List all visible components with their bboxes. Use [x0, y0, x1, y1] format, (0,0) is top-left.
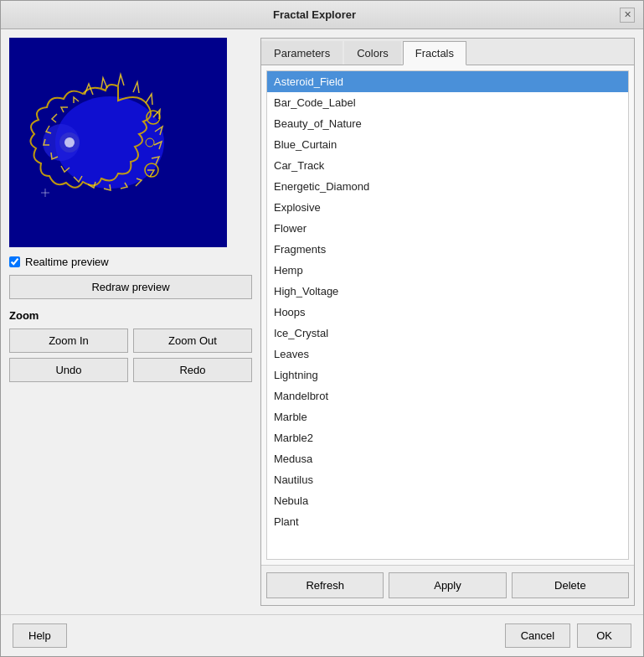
- redraw-button[interactable]: Redraw preview: [9, 275, 252, 299]
- delete-button[interactable]: Delete: [512, 572, 629, 598]
- tab-colors[interactable]: Colors: [344, 41, 401, 65]
- apply-button[interactable]: Apply: [389, 572, 506, 598]
- dialog-title: Fractal Explorer: [9, 8, 620, 21]
- list-item[interactable]: Fragments: [267, 239, 628, 260]
- redo-button[interactable]: Redo: [133, 358, 252, 382]
- undo-button[interactable]: Undo: [9, 358, 128, 382]
- list-item[interactable]: Mandelbrot: [267, 385, 628, 406]
- cancel-button[interactable]: Cancel: [505, 623, 570, 648]
- zoom-in-button[interactable]: Zoom In: [9, 328, 128, 353]
- help-button[interactable]: Help: [13, 623, 67, 648]
- list-item[interactable]: Ice_Crystal: [267, 323, 628, 344]
- list-item[interactable]: Car_Track: [267, 155, 628, 176]
- tab-bar: Parameters Colors Fractals: [261, 39, 634, 65]
- title-bar: Fractal Explorer ✕: [1, 1, 643, 29]
- ok-button[interactable]: OK: [577, 623, 631, 648]
- close-button[interactable]: ✕: [620, 8, 635, 23]
- realtime-label[interactable]: Realtime preview: [25, 256, 109, 268]
- bottom-bar: Help Cancel OK: [1, 614, 643, 656]
- zoom-label: Zoom: [9, 309, 252, 322]
- list-item[interactable]: Plant: [267, 511, 628, 532]
- list-item[interactable]: Marble: [267, 406, 628, 427]
- list-item[interactable]: Hoops: [267, 302, 628, 323]
- list-item[interactable]: Asteroid_Field: [267, 71, 628, 92]
- list-item[interactable]: Energetic_Diamond: [267, 176, 628, 197]
- action-row: Refresh Apply Delete: [261, 565, 634, 605]
- list-item[interactable]: Leaves: [267, 344, 628, 365]
- left-panel: Realtime preview Redraw preview Zoom Zoo…: [9, 38, 252, 606]
- svg-point-7: [64, 137, 75, 147]
- list-item[interactable]: High_Voltage: [267, 281, 628, 302]
- realtime-row: Realtime preview: [9, 256, 252, 268]
- list-item[interactable]: Explosive: [267, 197, 628, 218]
- list-item[interactable]: Flower: [267, 218, 628, 239]
- zoom-out-button[interactable]: Zoom Out: [133, 328, 252, 353]
- list-item[interactable]: Bar_Code_Label: [267, 92, 628, 113]
- list-item[interactable]: Nebula: [267, 490, 628, 511]
- list-item[interactable]: Beauty_of_Nature: [267, 113, 628, 134]
- list-item[interactable]: Lightning: [267, 365, 628, 385]
- list-item[interactable]: Blue_Curtain: [267, 134, 628, 155]
- right-panel: Parameters Colors Fractals Asteroid_Fiel…: [260, 38, 635, 606]
- tab-parameters[interactable]: Parameters: [261, 41, 343, 65]
- tab-fractals[interactable]: Fractals: [403, 41, 466, 65]
- refresh-button[interactable]: Refresh: [266, 572, 384, 598]
- list-item[interactable]: Marble2: [267, 427, 628, 448]
- main-content: Realtime preview Redraw preview Zoom Zoo…: [1, 29, 643, 614]
- bottom-left: Help: [13, 623, 498, 648]
- list-item[interactable]: Nautilus: [267, 469, 628, 490]
- fractals-list[interactable]: Asteroid_FieldBar_Code_LabelBeauty_of_Na…: [266, 70, 629, 560]
- zoom-controls: Zoom In Zoom Out Undo Redo: [9, 328, 252, 382]
- fractal-preview: [9, 38, 227, 247]
- fractal-explorer-dialog: Fractal Explorer ✕: [0, 0, 644, 657]
- list-item[interactable]: Hemp: [267, 260, 628, 281]
- list-item[interactable]: Medusa: [267, 448, 628, 469]
- realtime-checkbox[interactable]: [9, 256, 20, 267]
